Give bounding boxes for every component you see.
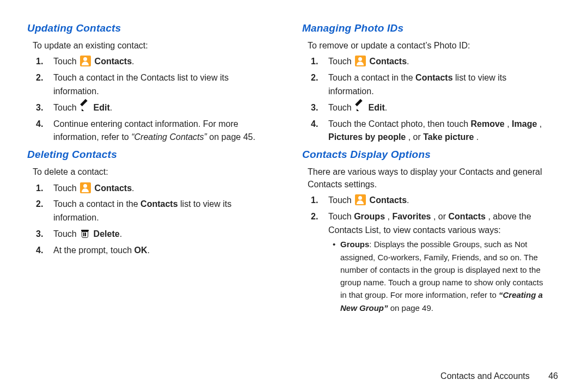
contacts-label: Contacts [370,57,407,66]
period: . [120,229,122,238]
period: . [407,57,409,66]
sep: , or [408,132,424,142]
edit-label: Edit [94,103,110,112]
delete-label: Delete [94,229,120,238]
step-4: 4. Touch the Contact photo, then touch R… [308,118,550,145]
heading-contacts-display-options: Contacts Display Options [302,149,550,161]
sep: , [540,119,542,128]
contacts-app-icon [355,56,366,66]
edit-pencil-icon [355,103,365,113]
bullet-text: on page 49. [388,303,433,313]
step-number: 1. [36,182,43,195]
step-number: 2. [311,71,318,85]
step-text: Touch [328,57,354,66]
period: . [476,132,479,142]
pictures-by-people-label: Pictures by people [328,132,406,142]
period: . [407,195,409,205]
display-bullets: Groups: Displays the possible Groups, su… [333,238,550,314]
period: . [132,57,134,66]
left-column: Updating Contacts To update an existing … [27,19,289,387]
take-picture-label: Take picture [423,132,474,142]
heading-managing-photo-ids: Managing Photo IDs [302,22,550,34]
step-text: Touch a contact in the Contacts list to … [53,73,229,96]
step-number: 4. [36,118,43,131]
period: . [110,103,112,112]
step-1: 1. Touch Contacts. [33,55,275,69]
period: . [148,246,150,255]
step-text: Touch [328,103,354,112]
chapter-title: Contacts and Accounts [440,371,530,381]
groups-label: Groups [354,212,385,221]
step-number: 2. [36,71,43,85]
step-text: Touch a contact in the [328,73,415,82]
step-text: Touch [328,195,354,205]
step-3: 3. Touch Edit. [308,101,550,115]
step-number: 2. [36,198,43,211]
intro-deleting: To delete a contact: [33,166,275,178]
contacts-bold: Contacts [140,199,177,209]
step-number: 4. [311,118,318,131]
contacts-app-icon [80,182,91,193]
step-2: 2. Touch a contact in the Contacts list … [308,71,550,99]
step-number: 1. [311,194,318,207]
image-label: Image [512,119,537,128]
step-3: 3. Touch Edit. [33,101,275,115]
delete-trash-icon [80,229,90,239]
step-text: Touch a contact in the [53,199,140,209]
steps-deleting: 1. Touch Contacts. 2. Touch a contact in… [33,182,275,258]
step-text: At the prompt, touch [53,246,134,255]
step-4: 4. Continue entering contact information… [33,118,275,145]
step-text: Touch [53,183,79,193]
step-number: 1. [311,55,318,69]
intro-display: There are various ways to display your C… [308,166,550,191]
step-number: 4. [36,244,43,258]
groups-bullet-label: Groups [340,240,369,249]
heading-deleting-contacts: Deleting Contacts [27,149,275,161]
step-number: 2. [311,210,318,224]
step-number: 3. [311,101,318,115]
step-2: 2. Touch a contact in the Contacts list … [33,71,275,99]
step-3: 3. Touch Delete. [33,228,275,241]
bullet-groups: Groups: Displays the possible Groups, su… [333,238,550,314]
intro-updating: To update an existing contact: [33,40,275,52]
contacts-label: Contacts [95,57,132,66]
step-1: 1. Touch Contacts. [33,182,275,195]
step-text: on page 45. [209,132,255,142]
right-column: Managing Photo IDs To remove or update a… [289,19,550,387]
page-footer: Contacts and Accounts 46 [440,371,558,381]
contacts-bold: Contacts [415,73,452,82]
remove-label: Remove [471,119,505,128]
step-number: 3. [36,101,43,115]
ok-label: OK [134,246,148,255]
favorites-label: Favorites [392,212,431,221]
step-text: Touch the Contact photo, then touch [328,119,471,128]
intro-photo: To remove or update a contact’s Photo ID… [308,40,550,52]
step-number: 1. [36,55,43,69]
manual-page: Updating Contacts To update an existing … [0,0,588,392]
steps-updating: 1. Touch Contacts. 2. Touch a contact in… [33,55,275,144]
steps-display: 1. Touch Contacts. 2. Touch Groups , Fav… [308,194,550,314]
step-2: 2. Touch Groups , Favorites , or Contact… [308,210,550,314]
step-text: Touch [53,229,79,238]
step-1: 1. Touch Contacts. [308,194,550,207]
period: . [132,183,134,193]
step-text: Touch [53,103,79,112]
step-text: Touch [328,212,354,221]
edit-label: Edit [369,103,385,112]
contacts-app-icon [80,56,91,66]
contacts-label: Contacts [95,183,132,193]
step-2: 2. Touch a contact in the Contacts list … [33,198,275,225]
step-1: 1. Touch Contacts. [308,55,550,69]
contacts-label: Contacts [449,212,486,221]
step-4: 4. At the prompt, touch OK. [33,244,275,258]
period: . [385,103,387,112]
sep: , [507,119,512,128]
contacts-app-icon [355,194,366,205]
step-text: Touch [53,57,79,66]
steps-photo: 1. Touch Contacts. 2. Touch a contact in… [308,55,550,144]
page-number: 46 [548,371,558,381]
sep: , or [433,212,449,221]
cross-ref: “Creating Contacts” [131,132,207,142]
edit-pencil-icon [80,103,90,113]
contacts-label: Contacts [370,195,407,205]
